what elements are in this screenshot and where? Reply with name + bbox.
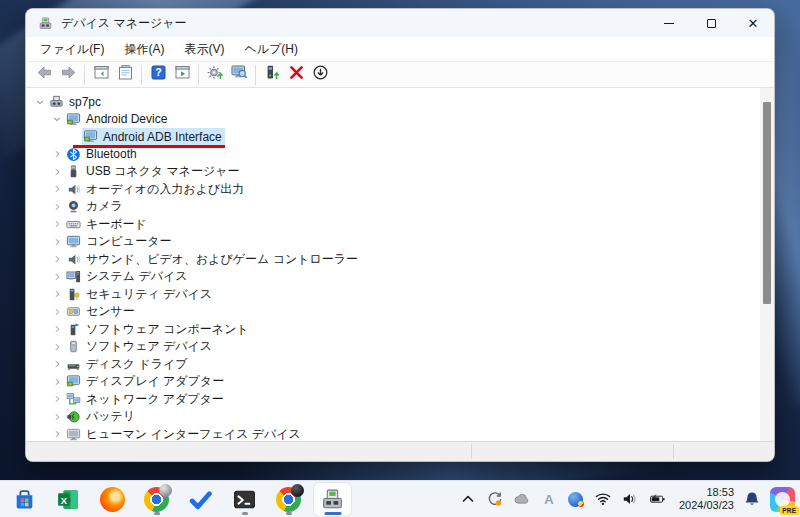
minimize-icon: [664, 23, 674, 24]
tree-row[interactable]: バッテリ: [26, 408, 760, 426]
taskbar-app-ms-store[interactable]: [6, 483, 43, 516]
tree-row[interactable]: ソフトウェア コンポーネント: [26, 321, 760, 339]
blue-sphere-icon[interactable]: [567, 490, 585, 508]
tree-node[interactable]: センサー: [65, 302, 138, 321]
tree-row[interactable]: ディスプレイ アダプター: [26, 373, 760, 391]
minimize-button[interactable]: [648, 9, 690, 37]
tree-row[interactable]: Android Device: [26, 111, 760, 129]
menu-item-3[interactable]: ヘルプ(H): [234, 38, 308, 61]
chevron-collapsed-icon[interactable]: [49, 234, 65, 250]
tree-row[interactable]: システム デバイス: [26, 268, 760, 286]
tree-row[interactable]: サウンド、ビデオ、およびゲーム コントローラー: [26, 251, 760, 269]
properties-button[interactable]: [113, 64, 137, 86]
chevron-expanded-icon[interactable]: [49, 111, 65, 127]
uninstall-device-button[interactable]: [284, 64, 308, 86]
taskbar-app-terminal[interactable]: [226, 483, 263, 516]
tree-row[interactable]: オーディオの入力および出力: [26, 181, 760, 199]
tree-node-selected[interactable]: Android ADB Interface: [82, 128, 225, 145]
chevron-collapsed-icon[interactable]: [49, 321, 65, 337]
chevron-expanded-icon[interactable]: [32, 94, 48, 110]
onedrive-cloud-icon[interactable]: [513, 490, 531, 508]
tree-node[interactable]: Android Device: [65, 111, 170, 128]
tree-node[interactable]: キーボード: [65, 215, 150, 234]
tree-node[interactable]: コンピューター: [65, 232, 174, 251]
close-button[interactable]: ✕: [732, 9, 774, 37]
taskbar-app-excel[interactable]: X: [50, 483, 87, 516]
titlebar[interactable]: デバイス マネージャー ✕: [26, 9, 774, 37]
vertical-scrollbar[interactable]: [760, 88, 774, 441]
menu-item-2[interactable]: 表示(V): [174, 38, 234, 61]
tree-row[interactable]: センサー: [26, 303, 760, 321]
back-button[interactable]: [32, 64, 56, 86]
taskbar-app-device-manager[interactable]: [314, 483, 351, 516]
taskbar-app-chrome[interactable]: [270, 483, 307, 516]
tree-node[interactable]: サウンド、ビデオ、およびゲーム コントローラー: [65, 250, 361, 269]
sync-icon[interactable]: [486, 490, 504, 508]
maximize-button[interactable]: [690, 9, 732, 37]
taskbar-app-chrome[interactable]: [138, 483, 175, 516]
tree-node[interactable]: カメラ: [65, 197, 126, 216]
tree-node[interactable]: ディスプレイ アダプター: [65, 372, 227, 391]
chevron-collapsed-icon[interactable]: [49, 181, 65, 197]
notification-bell-icon[interactable]: [743, 490, 761, 508]
taskbar-app-todo-check[interactable]: [182, 483, 219, 516]
tree-row[interactable]: セキュリティ デバイス: [26, 286, 760, 304]
tree-row[interactable]: ネットワーク アダプター: [26, 391, 760, 409]
update-driver-button[interactable]: [203, 64, 227, 86]
forward-button[interactable]: [56, 64, 80, 86]
chevron-up-icon[interactable]: [459, 490, 477, 508]
tree-node[interactable]: システム デバイス: [65, 267, 191, 286]
action-pane-button[interactable]: [170, 64, 194, 86]
wifi-icon[interactable]: [594, 490, 612, 508]
driver-install-button[interactable]: [260, 64, 284, 86]
tree-node[interactable]: ディスク ドライブ: [65, 355, 191, 374]
disable-device-button[interactable]: [308, 64, 332, 86]
tree-node[interactable]: オーディオの入力および出力: [65, 180, 247, 199]
tree-row[interactable]: ソフトウェア デバイス: [26, 338, 760, 356]
tree-node[interactable]: Bluetooth: [65, 146, 140, 163]
chevron-collapsed-icon[interactable]: [49, 409, 65, 425]
tree-row[interactable]: コンピューター: [26, 233, 760, 251]
chevron-collapsed-icon[interactable]: [49, 269, 65, 285]
tree-node[interactable]: ソフトウェア コンポーネント: [65, 320, 252, 339]
menu-item-1[interactable]: 操作(A): [114, 38, 174, 61]
tree-row[interactable]: キーボード: [26, 216, 760, 234]
battery-charging-icon[interactable]: [648, 490, 666, 508]
letter-a-icon[interactable]: A: [540, 490, 558, 508]
chevron-collapsed-icon[interactable]: [49, 251, 65, 267]
console-tree-button[interactable]: [89, 64, 113, 86]
chevron-collapsed-icon[interactable]: [49, 339, 65, 355]
chevron-collapsed-icon[interactable]: [49, 199, 65, 215]
scrollbar-thumb[interactable]: [763, 102, 771, 304]
chevron-collapsed-icon[interactable]: [49, 426, 65, 441]
help-button[interactable]: ?: [146, 64, 170, 86]
chevron-collapsed-icon[interactable]: [49, 356, 65, 372]
tree-row[interactable]: Bluetooth: [26, 146, 760, 164]
scan-hardware-changes-button[interactable]: [227, 64, 251, 86]
chevron-collapsed-icon[interactable]: [49, 391, 65, 407]
menu-item-0[interactable]: ファイル(F): [30, 38, 114, 61]
tree-node[interactable]: セキュリティ デバイス: [65, 285, 215, 304]
copilot-button[interactable]: PRE: [770, 487, 795, 512]
tree-node[interactable]: ヒューマン インターフェイス デバイス: [65, 425, 304, 441]
taskbar-clock[interactable]: 18:53 2024/03/23: [679, 486, 734, 512]
chevron-collapsed-icon[interactable]: [49, 286, 65, 302]
tree-node[interactable]: sp7pc: [48, 93, 104, 110]
chevron-collapsed-icon[interactable]: [49, 164, 65, 180]
tree-row[interactable]: カメラ: [26, 198, 760, 216]
tree-row[interactable]: Android ADB Interface: [26, 128, 760, 146]
taskbar-app-firefox[interactable]: [94, 483, 131, 516]
tree-row[interactable]: ヒューマン インターフェイス デバイス: [26, 426, 760, 442]
tree-node[interactable]: バッテリ: [65, 407, 138, 426]
tree-node[interactable]: ソフトウェア デバイス: [65, 337, 215, 356]
tree-node[interactable]: USB コネクタ マネージャー: [65, 162, 243, 181]
tree-row[interactable]: USB コネクタ マネージャー: [26, 163, 760, 181]
chevron-collapsed-icon[interactable]: [49, 374, 65, 390]
chevron-collapsed-icon[interactable]: [49, 304, 65, 320]
volume-icon[interactable]: [621, 490, 639, 508]
tree-row[interactable]: ディスク ドライブ: [26, 356, 760, 374]
tree-node[interactable]: ネットワーク アダプター: [65, 390, 227, 409]
tree-row[interactable]: sp7pc: [26, 93, 760, 111]
chevron-collapsed-icon[interactable]: [49, 216, 65, 232]
chevron-collapsed-icon[interactable]: [49, 146, 65, 162]
